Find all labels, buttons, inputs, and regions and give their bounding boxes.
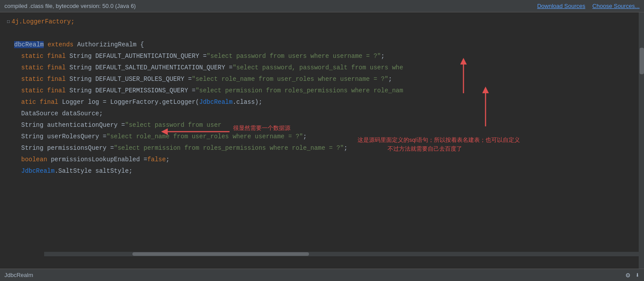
code-line-14: JdbcRealm .SaltStyle saltStyle;	[0, 165, 644, 177]
download-sources-link[interactable]: Download Sources	[537, 3, 585, 9]
code-token: Logger log = LoggerFactory.getLogger(	[58, 99, 199, 106]
collapse-icon: □	[7, 19, 10, 24]
code-token: JdbcRealm	[21, 167, 55, 175]
code-token: 4j.LoggerFactory;	[11, 18, 75, 25]
code-token: .class);	[233, 99, 262, 106]
code-token: "select permission from roles_permission…	[114, 144, 344, 152]
code-token: ;	[303, 133, 307, 140]
code-token: atic final	[21, 99, 58, 106]
code-token: String permissionsQuery =	[21, 144, 114, 152]
code-line-10: String authenticationQuery = "select pas…	[0, 119, 644, 131]
top-bar: compiled .class file, bytecode version: …	[0, 0, 644, 12]
code-token: permissionsLookupEnabled =	[47, 156, 147, 163]
code-token: extends	[48, 41, 74, 48]
code-token: ;	[381, 53, 384, 60]
code-token: boolean	[21, 156, 47, 163]
code-token	[44, 41, 47, 48]
code-line-4: static final String DEFAULT_AUTHENTICATI…	[0, 50, 644, 62]
code-line-6: static final String DEFAULT_USER_ROLES_Q…	[0, 73, 644, 85]
horizontal-scrollbar[interactable]	[44, 252, 639, 256]
code-token: String DEFAULT_PERMISSIONS_QUERY =	[66, 87, 196, 94]
code-token: static final	[21, 87, 66, 94]
code-token: "select password, password_salt from use…	[233, 64, 403, 71]
code-line-13: boolean permissionsLookupEnabled = false…	[0, 154, 644, 165]
scrollbar-thumb[interactable]	[640, 48, 644, 74]
code-line-8: atic final Logger log = LoggerFactory.ge…	[0, 96, 644, 108]
code-line-5: static final String DEFAULT_SALTED_AUTHE…	[0, 62, 644, 73]
hscrollbar-thumb[interactable]	[132, 252, 309, 256]
code-token: String DEFAULT_AUTHENTICATION_QUERY =	[66, 53, 207, 60]
code-token: String DEFAULT_USER_ROLES_QUERY =	[66, 76, 192, 83]
code-token: "select role_name from user_roles where …	[106, 133, 303, 140]
code-token: ;	[166, 156, 169, 163]
settings-icon[interactable]: ⚙	[626, 271, 630, 280]
code-line-7: static final String DEFAULT_PERMISSIONS_…	[0, 85, 644, 96]
class-name-label: JdbcRealm	[4, 272, 33, 278]
code-token: static final	[21, 53, 66, 60]
code-token: static final	[21, 64, 66, 71]
code-line-11: String userRolesQuery = "select role_nam…	[0, 131, 644, 142]
code-token: "select password from user	[125, 122, 221, 129]
code-line-9: DataSource dataSource;	[0, 108, 644, 119]
code-token: ;	[344, 144, 347, 152]
code-line-1: □ 4j.LoggerFactory;	[0, 16, 644, 27]
vertical-scrollbar[interactable]	[639, 12, 644, 269]
code-token: ;	[388, 76, 392, 83]
code-token: static final	[21, 76, 66, 83]
class-name-highlight: dbcRealm	[14, 41, 44, 48]
code-token: false	[147, 156, 166, 163]
bottom-bar-actions: ⚙ ⬇	[626, 271, 640, 280]
code-token: JdbcRealm	[199, 99, 233, 106]
code-token: DataSource dataSource;	[21, 110, 103, 117]
code-line-12: String permissionsQuery = "select permis…	[0, 142, 644, 154]
code-token: "select role_name from user_roles where …	[192, 76, 388, 83]
code-line-2	[0, 27, 644, 39]
code-area: □ 4j.LoggerFactory; dbcRealm extends Aut…	[0, 12, 644, 269]
bottom-bar: JdbcRealm ⚙ ⬇	[0, 269, 644, 281]
code-token: String authenticationQuery =	[21, 122, 125, 129]
code-token: String DEFAULT_SALTED_AUTHENTICATION_QUE…	[66, 64, 233, 71]
code-token: AuthorizingRealm {	[73, 41, 144, 48]
code-token: "select password from users where userna…	[207, 53, 381, 60]
code-token: "select permission from roles_permission…	[196, 87, 403, 94]
code-line-3: dbcRealm extends AuthorizingRealm {	[0, 39, 644, 50]
code-token: .SaltStyle saltStyle;	[55, 167, 132, 175]
choose-sources-link[interactable]: Choose Sources...	[592, 3, 640, 9]
download-icon[interactable]: ⬇	[635, 271, 640, 280]
code-token: String userRolesQuery =	[21, 133, 106, 140]
top-bar-info: compiled .class file, bytecode version: …	[4, 3, 136, 9]
top-bar-actions: Download Sources Choose Sources...	[537, 3, 640, 9]
